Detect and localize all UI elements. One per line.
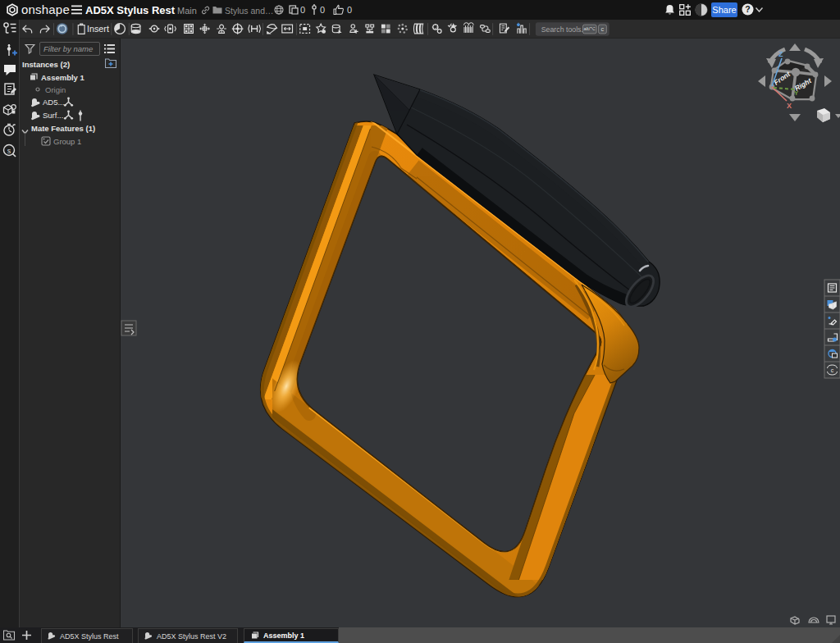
svg-text:s: s (7, 147, 11, 155)
svg-text:Z: Z (778, 50, 783, 58)
svg-text:?: ? (745, 4, 750, 14)
svg-text:X: X (787, 102, 792, 110)
svg-text:c: c (601, 25, 605, 33)
svg-text:c: c (831, 367, 834, 373)
svg-text:alt/⌥: alt/⌥ (584, 26, 596, 31)
svg-text:Y: Y (794, 89, 799, 97)
svg-text:Insert: Insert (87, 24, 109, 34)
svg-text:Search tools...: Search tools... (541, 25, 587, 34)
